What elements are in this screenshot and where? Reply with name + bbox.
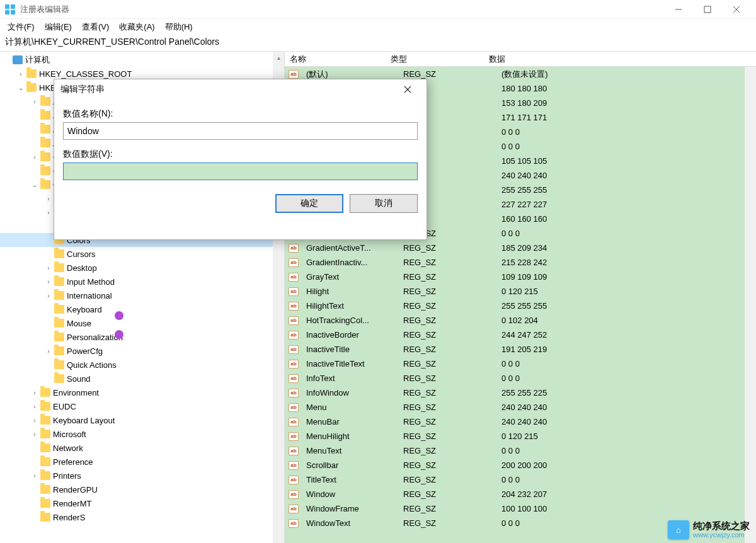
value-name-input[interactable] xyxy=(63,122,418,140)
list-row[interactable]: abInfoWindowREG_SZ255 255 225 xyxy=(285,386,756,400)
string-value-icon: ab xyxy=(289,331,299,340)
menu-item[interactable]: 收藏夹(A) xyxy=(115,20,158,34)
list-row[interactable]: abInactiveTitleTextREG_SZ0 0 0 xyxy=(285,357,756,371)
marker-icon xyxy=(115,311,123,320)
svg-rect-0 xyxy=(5,4,9,9)
close-button[interactable] xyxy=(722,0,751,19)
tree-item[interactable]: ›PowerCfg xyxy=(0,344,284,358)
menu-item[interactable]: 文件(F) xyxy=(4,20,38,34)
list-row[interactable]: abWindowREG_SZ204 232 207 xyxy=(285,487,756,501)
col-data[interactable]: 数据 xyxy=(484,52,756,66)
list-row[interactable]: abInfoTextREG_SZ0 0 0 xyxy=(285,371,756,386)
tree-item[interactable]: Cursors xyxy=(0,247,284,261)
tree-item[interactable]: Quick Actions xyxy=(0,358,284,372)
col-type[interactable]: 类型 xyxy=(386,52,484,66)
tree-item[interactable]: ›International xyxy=(0,289,284,302)
svg-rect-1 xyxy=(11,4,15,9)
tree-item[interactable]: RenderGPU xyxy=(0,483,284,496)
tree-item[interactable]: Mouse xyxy=(0,316,284,330)
dialog-close-button[interactable] xyxy=(395,81,420,98)
chevron-right-icon[interactable]: › xyxy=(30,152,39,161)
list-row[interactable]: abHilightREG_SZ0 120 215 xyxy=(285,284,756,299)
menu-item[interactable]: 查看(V) xyxy=(78,20,113,34)
tree-item[interactable]: RenderS xyxy=(0,510,284,524)
chevron-right-icon[interactable]: › xyxy=(30,388,39,397)
cell-data: 160 160 160 xyxy=(496,214,756,224)
list-row[interactable]: abMenuTextREG_SZ0 0 0 xyxy=(285,443,756,458)
expand-placeholder xyxy=(30,139,39,147)
chevron-right-icon[interactable]: › xyxy=(44,291,53,300)
maximize-button[interactable] xyxy=(693,0,722,19)
minimize-button[interactable] xyxy=(664,0,693,19)
tree-item[interactable]: RenderMT xyxy=(0,496,284,510)
cell-data: 100 100 100 xyxy=(496,504,756,513)
cell-name: Scrollbar xyxy=(301,460,398,470)
chevron-right-icon[interactable]: › xyxy=(30,430,39,438)
col-name[interactable]: 名称 xyxy=(285,52,386,66)
tree-item[interactable]: Sound xyxy=(0,372,284,386)
list-row[interactable]: abGradientInactiv...REG_SZ215 228 242 xyxy=(285,255,756,270)
tree-item[interactable]: Preference xyxy=(0,455,284,469)
tree-item[interactable]: ›Desktop xyxy=(0,261,284,275)
ok-button[interactable]: 确定 xyxy=(275,194,343,213)
chevron-right-icon[interactable]: › xyxy=(44,194,53,203)
tree-item[interactable]: ›Environment xyxy=(0,386,284,399)
list-row[interactable]: abTitleTextREG_SZ0 0 0 xyxy=(285,472,756,487)
tree-item[interactable]: ›Keyboard Layout xyxy=(0,413,284,427)
cell-type: REG_SZ xyxy=(398,504,496,513)
cell-type: REG_SZ xyxy=(398,388,496,397)
list-row[interactable]: abMenuREG_SZ240 240 240 xyxy=(285,400,756,414)
tree-item[interactable]: ›Microsoft xyxy=(0,427,284,441)
chevron-right-icon[interactable]: › xyxy=(30,471,39,480)
cell-data: 0 0 0 xyxy=(496,142,756,151)
list-row[interactable]: abWindowFrameREG_SZ100 100 100 xyxy=(285,501,756,516)
folder-icon xyxy=(40,97,50,106)
cell-type: REG_SZ xyxy=(398,258,496,267)
list-row[interactable]: abGrayTextREG_SZ109 109 109 xyxy=(285,270,756,284)
list-row[interactable]: abInactiveTitleREG_SZ191 205 219 xyxy=(285,342,756,357)
folder-icon xyxy=(40,430,50,438)
chevron-right-icon[interactable]: › xyxy=(30,402,39,411)
cell-data: 240 240 240 xyxy=(496,403,756,412)
tree-item[interactable]: Keyboard xyxy=(0,302,284,316)
cancel-button[interactable]: 取消 xyxy=(350,194,418,213)
chevron-down-icon[interactable]: ⌄ xyxy=(16,83,25,92)
chevron-right-icon[interactable]: › xyxy=(44,346,53,355)
cell-data: 180 180 180 xyxy=(496,84,756,93)
scroll-up-icon[interactable]: ▴ xyxy=(273,52,284,63)
tree-item[interactable]: 计算机 xyxy=(0,53,284,67)
chevron-right-icon[interactable]: › xyxy=(16,69,25,78)
cell-name: GrayText xyxy=(301,272,398,282)
tree-item-label: PowerCfg xyxy=(67,346,103,356)
tree-item[interactable]: Personalization xyxy=(0,330,284,344)
folder-icon xyxy=(54,305,64,314)
tree-item[interactable]: Network xyxy=(0,441,284,455)
list-scrollbar[interactable] xyxy=(745,67,756,543)
tree-item[interactable]: ›EUDC xyxy=(0,399,284,413)
menu-item[interactable]: 编辑(E) xyxy=(41,20,76,34)
chevron-right-icon[interactable]: › xyxy=(44,263,53,272)
menu-item[interactable]: 帮助(H) xyxy=(161,20,197,34)
cell-name: InactiveTitle xyxy=(301,345,398,354)
cell-data: 255 255 255 xyxy=(496,301,756,311)
string-value-icon: ab xyxy=(289,302,299,311)
tree-item[interactable]: ›Printers xyxy=(0,469,284,483)
list-row[interactable]: abHotTrackingCol...REG_SZ0 102 204 xyxy=(285,313,756,328)
list-row[interactable]: abInactiveBorderREG_SZ244 247 252 xyxy=(285,328,756,342)
chevron-right-icon[interactable]: › xyxy=(30,416,39,425)
chevron-right-icon[interactable]: › xyxy=(30,97,39,106)
chevron-down-icon[interactable]: ⌄ xyxy=(30,180,39,189)
cell-data: 0 102 204 xyxy=(496,316,756,325)
expand-placeholder xyxy=(30,111,39,120)
list-row[interactable]: abScrollbarREG_SZ200 200 200 xyxy=(285,458,756,472)
list-row[interactable]: abHilightTextREG_SZ255 255 255 xyxy=(285,299,756,313)
tree-item-label: International xyxy=(67,291,112,300)
list-row[interactable]: abGradientActiveT...REG_SZ185 209 234 xyxy=(285,241,756,255)
list-row[interactable]: abMenuHilightREG_SZ0 120 215 xyxy=(285,429,756,443)
list-row[interactable]: abMenuBarREG_SZ240 240 240 xyxy=(285,414,756,429)
value-data-input[interactable] xyxy=(63,163,418,180)
chevron-right-icon[interactable]: › xyxy=(44,208,53,217)
chevron-right-icon[interactable]: › xyxy=(44,277,53,286)
address-bar[interactable]: 计算机\HKEY_CURRENT_USER\Control Panel\Colo… xyxy=(0,35,756,52)
tree-item[interactable]: ›Input Method xyxy=(0,275,284,289)
